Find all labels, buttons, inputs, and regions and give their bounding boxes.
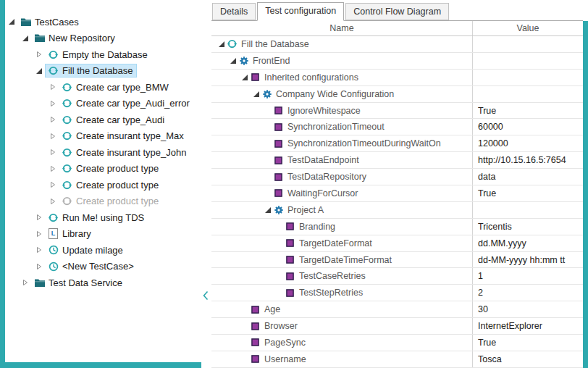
column-header-name[interactable]: Name bbox=[211, 21, 473, 35]
collapse-toggle-icon[interactable] bbox=[252, 91, 260, 98]
tree-item-content: Create product type bbox=[59, 194, 162, 208]
tree-item[interactable]: Create car type_BMW bbox=[5, 79, 201, 96]
config-row[interactable]: WaitingForCursorTrue bbox=[211, 185, 583, 202]
tree-item[interactable]: Create car type_Audi bbox=[5, 112, 201, 128]
tab-control-flow-diagram[interactable]: Control Flow Diagram bbox=[345, 3, 449, 20]
config-row[interactable]: Inherited configurations bbox=[211, 70, 583, 86]
collapse-toggle-icon[interactable] bbox=[35, 67, 43, 75]
tree-item[interactable]: Run Me! using TDS bbox=[5, 209, 201, 226]
expand-toggle-icon[interactable] bbox=[35, 230, 43, 238]
tree-item[interactable]: TestCases bbox=[5, 14, 201, 30]
config-row[interactable]: BrowserInternetExplorer bbox=[211, 318, 583, 335]
config-row[interactable]: TargetDateTimeFormatdd-MM-yyyy hh:mm tt bbox=[211, 252, 583, 269]
left-vertical-scrollbar[interactable] bbox=[0, 0, 5, 362]
tree-item[interactable]: Fill the Database bbox=[5, 63, 201, 80]
config-row[interactable]: TestDataEndpointhttp://10.15.16.5:7654 bbox=[211, 152, 583, 169]
collapse-panel-chevron-icon[interactable] bbox=[203, 290, 210, 302]
config-name-label: TestCaseRetries bbox=[299, 271, 366, 281]
collapse-toggle-icon[interactable] bbox=[240, 74, 248, 81]
config-value-cell[interactable]: 60000 bbox=[473, 119, 583, 135]
config-row[interactable]: SynchronizationTimeoutDuringWaitOn120000 bbox=[211, 135, 583, 152]
expand-toggle-icon[interactable] bbox=[35, 214, 43, 221]
config-value-cell[interactable]: data bbox=[473, 169, 583, 185]
collapse-toggle-icon[interactable] bbox=[217, 41, 225, 48]
config-name-cell: FrontEnd bbox=[211, 53, 473, 69]
tree-item-content: Create product type bbox=[59, 178, 162, 192]
config-row[interactable]: UsernameTosca bbox=[211, 351, 583, 368]
config-row[interactable]: Project A bbox=[211, 202, 583, 219]
collapse-toggle-icon[interactable] bbox=[21, 35, 29, 42]
column-header-value[interactable]: Value bbox=[473, 21, 583, 35]
config-row[interactable]: TestStepRetries2 bbox=[211, 285, 583, 301]
tab-test-configuration[interactable]: Test configuration bbox=[257, 2, 344, 21]
tree-item[interactable]: Update milage bbox=[5, 242, 201, 259]
config-value-cell[interactable]: True bbox=[473, 103, 583, 119]
collapse-toggle-icon[interactable] bbox=[264, 206, 272, 214]
expand-toggle-icon[interactable] bbox=[35, 51, 43, 58]
param-icon bbox=[273, 123, 284, 131]
config-value-cell[interactable] bbox=[473, 53, 583, 69]
param-icon bbox=[285, 239, 295, 247]
config-row[interactable]: SynchronizationTimeout60000 bbox=[211, 119, 583, 135]
collapse-toggle-icon[interactable] bbox=[7, 18, 15, 25]
expand-toggle-icon[interactable] bbox=[49, 149, 56, 156]
config-value-cell[interactable] bbox=[473, 70, 583, 85]
tree-item[interactable]: <New TestCase> bbox=[5, 259, 201, 275]
right-vertical-scrollbar[interactable] bbox=[583, 21, 588, 368]
config-row[interactable]: Company Wide Configuration bbox=[211, 86, 583, 103]
expand-toggle-icon[interactable] bbox=[49, 83, 56, 91]
tree-item-content: LLibrary bbox=[45, 227, 95, 241]
tree-item[interactable]: Create car type_Audi_error bbox=[5, 96, 201, 112]
library-icon: L bbox=[47, 228, 59, 239]
config-name-cell: TargetDateTimeFormat bbox=[211, 252, 473, 268]
expand-toggle-icon[interactable] bbox=[49, 165, 56, 172]
tree-item[interactable]: Create insurant type_John bbox=[5, 144, 201, 161]
tree-item[interactable]: Create product type bbox=[5, 177, 201, 193]
config-value-cell[interactable]: dd.MM.yyyy bbox=[473, 235, 583, 251]
tree-item[interactable]: Test Data Service bbox=[5, 275, 201, 291]
config-value-cell[interactable]: 2 bbox=[473, 285, 583, 301]
tree-item-label: Fill the Database bbox=[62, 65, 133, 76]
tree-item[interactable]: Empty the Database bbox=[5, 46, 201, 63]
tree-item[interactable]: Create product type bbox=[5, 161, 201, 177]
config-value-cell[interactable] bbox=[473, 202, 583, 218]
expand-toggle-icon[interactable] bbox=[49, 116, 56, 123]
config-value-cell[interactable] bbox=[473, 36, 583, 52]
config-value-cell[interactable]: True bbox=[473, 335, 583, 351]
expand-toggle-icon[interactable] bbox=[35, 246, 43, 254]
config-value-cell[interactable] bbox=[473, 86, 583, 102]
tree-item[interactable]: LLibrary bbox=[5, 226, 201, 243]
config-value-cell[interactable]: dd-MM-yyyy hh:mm tt bbox=[473, 252, 583, 268]
collapse-toggle-icon[interactable] bbox=[229, 57, 237, 64]
config-row[interactable]: TestCaseRetries1 bbox=[211, 268, 583, 285]
expand-toggle-icon[interactable] bbox=[49, 133, 56, 140]
left-horizontal-scrollbar[interactable] bbox=[0, 362, 201, 368]
config-value-cell[interactable]: 1 bbox=[473, 268, 583, 284]
config-value-cell[interactable]: True bbox=[473, 185, 583, 201]
config-value-cell[interactable]: InternetExplorer bbox=[473, 318, 583, 334]
tree-item[interactable]: New Repository bbox=[5, 30, 201, 47]
param-icon bbox=[250, 73, 261, 81]
config-row[interactable]: TargetDateFormatdd.MM.yyyy bbox=[211, 235, 583, 252]
tree-item[interactable]: Create insurant type_Max bbox=[5, 128, 201, 145]
expand-toggle-icon[interactable] bbox=[49, 198, 56, 205]
config-row[interactable]: Age30 bbox=[211, 301, 583, 318]
config-row[interactable]: FrontEnd bbox=[211, 53, 583, 70]
expand-toggle-icon[interactable] bbox=[35, 263, 43, 270]
config-value-cell[interactable]: 120000 bbox=[473, 135, 583, 151]
expand-toggle-icon[interactable] bbox=[21, 279, 29, 286]
config-value-cell[interactable]: 30 bbox=[473, 301, 583, 317]
config-row[interactable]: BrandingTricentis bbox=[211, 219, 583, 235]
tab-details[interactable]: Details bbox=[212, 3, 256, 20]
config-row[interactable]: TestDataRepositorydata bbox=[211, 169, 583, 185]
tree-item[interactable]: Create product type bbox=[5, 193, 201, 210]
tree-item-label: Create car type_BMW bbox=[76, 82, 169, 93]
config-row[interactable]: PageSyncTrue bbox=[211, 335, 583, 351]
config-row[interactable]: Fill the Database bbox=[211, 36, 583, 53]
expand-toggle-icon[interactable] bbox=[49, 100, 56, 107]
config-row[interactable]: IgnoreWhitespaceTrue bbox=[211, 103, 583, 120]
expand-toggle-icon[interactable] bbox=[49, 181, 56, 188]
config-value-cell[interactable]: http://10.15.16.5:7654 bbox=[473, 152, 583, 168]
config-value-cell[interactable]: Tosca bbox=[473, 351, 583, 367]
config-value-cell[interactable]: Tricentis bbox=[473, 219, 583, 235]
